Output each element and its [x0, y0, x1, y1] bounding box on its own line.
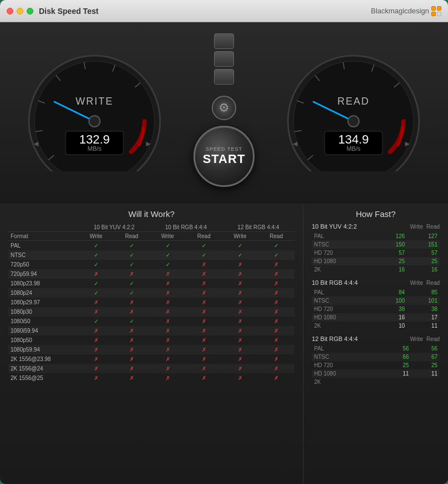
- brand-dots: [431, 6, 441, 16]
- yuv422-read: ✗: [114, 326, 150, 335]
- hf-format: PAL: [312, 288, 375, 297]
- hf-format: HD 720: [312, 361, 382, 369]
- will-it-work-panel: Will it Work? 10 Bit YUV 4:2:2 10 Bit RG…: [0, 204, 303, 484]
- hf-write: 100: [375, 297, 407, 305]
- hf-write: 66: [382, 353, 411, 361]
- yuv422-write: ✓: [78, 288, 113, 298]
- col-read-3: Read: [258, 232, 295, 241]
- will-it-work-body: PAL ✓ ✓ ✓ ✓ ✓ ✓ NTSC ✓ ✓ ✓ ✓ ✓ ✓ 720p50 …: [8, 241, 295, 383]
- close-button[interactable]: [7, 8, 13, 14]
- hf-write: 25: [375, 257, 407, 265]
- rgb12-write: ✗: [222, 269, 258, 279]
- svg-text:132.9: 132.9: [79, 132, 109, 146]
- write-gauge-container: WRITE 132.9 MB/s ◄ ►: [22, 49, 167, 171]
- will-it-work-table: 10 Bit YUV 4:2:2 10 Bit RGB 4:4:4 12 Bit…: [8, 223, 295, 383]
- yuv422-write: ✗: [78, 373, 113, 383]
- format-name: PAL: [8, 241, 78, 251]
- yuv422-write: ✗: [78, 326, 113, 335]
- yuv422-write: ✓: [78, 317, 113, 326]
- yuv422-read: ✓: [114, 260, 150, 269]
- rgb12-write: ✗: [222, 288, 258, 298]
- yuv422-write: ✗: [78, 335, 113, 345]
- hf-format: PAL: [312, 344, 382, 353]
- rgb444-write: ✗: [150, 326, 185, 335]
- hf-row: HD 1080 11 11: [312, 369, 440, 378]
- rgb444-write: ✗: [150, 307, 185, 317]
- rgb12-read: ✗: [258, 317, 295, 326]
- hf-write: 57: [375, 249, 407, 257]
- yuv422-read: ✗: [114, 335, 150, 345]
- hf-write: 25: [382, 361, 411, 369]
- hf-format: PAL: [312, 232, 375, 240]
- rgb12-write: ✗: [222, 335, 258, 345]
- hf-format: NTSC: [312, 297, 375, 305]
- rgb12-read: ✗: [258, 269, 295, 279]
- table-row: 720p50 ✓ ✓ ✓ ✗ ✗ ✗: [8, 260, 295, 269]
- format-name: 2K 1556@23.98: [8, 354, 78, 364]
- minimize-button[interactable]: [17, 8, 23, 14]
- format-name: NTSC: [8, 250, 78, 260]
- format-name: 1080p29.97: [8, 298, 78, 307]
- how-fast-table: PAL 126 127 NTSC 150 151 HD 720 57 57 HD…: [312, 232, 440, 274]
- brand-dot-4: [437, 12, 441, 16]
- table-row: 2K 1556@24 ✗ ✗ ✗ ✗ ✗ ✗: [8, 364, 295, 373]
- hf-format: HD 1080: [312, 369, 382, 378]
- format-name: 1080p24: [8, 288, 78, 298]
- hf-format: HD 1080: [312, 313, 375, 322]
- how-fast-group: 10 Bit RGB 4:4:4 Write Read PAL 84 85 NT…: [312, 279, 440, 330]
- rgb444-write: ✗: [150, 335, 185, 345]
- format-btn-3[interactable]: [214, 69, 234, 85]
- gear-button[interactable]: ⚙: [212, 96, 236, 120]
- yuv422-write: ✗: [78, 354, 113, 364]
- maximize-button[interactable]: [27, 8, 33, 14]
- col-write-1: Write: [78, 232, 113, 241]
- hf-row: HD 720 38 38: [312, 305, 440, 313]
- hf-read: 11: [407, 322, 440, 330]
- table-sub-header-row: Format Write Read Write Read Write Read: [8, 232, 295, 241]
- rgb12-write: ✗: [222, 260, 258, 269]
- group-title: 10 Bit RGB 4:4:4 Write Read: [312, 279, 440, 286]
- format-name: 1080p23.98: [8, 279, 78, 288]
- format-btn-2[interactable]: [214, 51, 234, 67]
- hf-row: HD 720 25 25: [312, 361, 440, 369]
- svg-text:◄: ◄: [32, 139, 40, 148]
- hf-read: 25: [411, 361, 440, 369]
- hf-write: [382, 378, 411, 386]
- col-read-2: Read: [186, 232, 222, 241]
- yuv422-write: ✓: [78, 260, 113, 269]
- hf-read: 17: [407, 313, 440, 322]
- svg-text:134.9: 134.9: [338, 132, 369, 146]
- yuv422-read: ✓: [114, 241, 150, 251]
- hf-row: PAL 56 56: [312, 344, 440, 353]
- yuv422-read: ✓: [114, 317, 150, 326]
- start-button[interactable]: SPEED TEST START: [193, 126, 255, 187]
- rgb12-read: ✓: [258, 241, 295, 251]
- hf-read: 25: [407, 257, 440, 265]
- rgb12-write: ✗: [222, 317, 258, 326]
- rgb444-read: ✗: [186, 335, 222, 345]
- rgb444-read: ✗: [186, 354, 222, 364]
- rgb12-read: ✗: [258, 373, 295, 383]
- hf-row: NTSC 100 101: [312, 297, 440, 305]
- table-group-header-row: 10 Bit YUV 4:2:2 10 Bit RGB 4:4:4 12 Bit…: [8, 223, 295, 232]
- format-name: 1080i50: [8, 317, 78, 326]
- hf-format: 2K: [312, 378, 382, 386]
- format-label: Format: [8, 232, 78, 241]
- brand-dot-2: [437, 6, 441, 11]
- app-window: Disk Speed Test Blackmagicdesign: [0, 0, 448, 484]
- title-bar: Disk Speed Test Blackmagicdesign: [0, 0, 448, 22]
- col-read-1: Read: [114, 232, 150, 241]
- rgb444-write: ✓: [150, 250, 185, 260]
- table-row: 1080p29.97 ✗ ✗ ✗ ✗ ✗ ✗: [8, 298, 295, 307]
- format-btn-1[interactable]: [214, 33, 234, 49]
- rgb12-write: ✗: [222, 345, 258, 354]
- hf-read: 56: [411, 344, 440, 353]
- rgb444-read: ✓: [186, 241, 222, 251]
- rgb444-read: ✗: [186, 307, 222, 317]
- table-row: 1080p59.94 ✗ ✗ ✗ ✗ ✗ ✗: [8, 345, 295, 354]
- hf-read: 85: [407, 288, 440, 297]
- hf-read: 16: [407, 265, 440, 274]
- rgb444-write: ✗: [150, 298, 185, 307]
- hf-read: 127: [407, 232, 440, 240]
- rgb444-read: ✗: [186, 317, 222, 326]
